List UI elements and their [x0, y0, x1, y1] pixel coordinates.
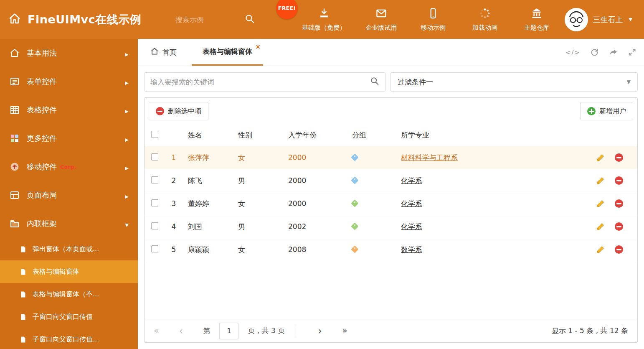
edit-pencil-icon[interactable]: [596, 153, 605, 162]
edit-pencil-icon[interactable]: [596, 245, 605, 254]
code-icon[interactable]: [565, 48, 580, 56]
header-nav: FREE! 基础版（免费） 企业版试用 移动示例: [302, 8, 553, 32]
table-row[interactable]: 1 张萍萍 女 2000 材料科学与工程系: [145, 146, 637, 169]
sidebar-item-label: 表格控件: [27, 105, 57, 115]
delete-row-icon[interactable]: [615, 153, 623, 162]
edit-pencil-icon[interactable]: [596, 176, 605, 185]
column-header-gender[interactable]: 性别: [232, 130, 282, 140]
delete-row-icon[interactable]: [615, 199, 623, 208]
refresh-icon[interactable]: [590, 48, 599, 57]
chevron-down-icon: ▼: [629, 17, 632, 22]
row-checkbox[interactable]: [151, 222, 158, 229]
avatar: [565, 8, 588, 31]
major-link[interactable]: 化学系: [401, 176, 422, 185]
row-checkbox[interactable]: [151, 199, 158, 206]
row-checkbox[interactable]: [151, 153, 158, 160]
sidebar-subitem-label: 表格与编辑窗体（不...: [33, 290, 99, 299]
cell-year: 2000: [282, 176, 343, 185]
sidebar-item-basic-usage[interactable]: 基本用法: [0, 39, 138, 67]
row-checkbox[interactable]: [151, 176, 158, 183]
chevron-down-icon: [125, 219, 129, 228]
nav-label: 企业版试用: [366, 24, 397, 32]
sidebar-item-grid-controls[interactable]: 表格控件: [0, 96, 138, 124]
first-page-button[interactable]: [154, 326, 159, 335]
sidebar-item-inline-frame[interactable]: 内联框架: [0, 209, 138, 238]
close-icon[interactable]: [255, 43, 261, 51]
sidebar-item-page-layout[interactable]: 页面布局: [0, 181, 138, 209]
page-number-input[interactable]: [219, 323, 238, 339]
frame-icon: [9, 218, 20, 229]
sidebar-item-more-controls[interactable]: 更多控件: [0, 124, 138, 153]
chevron-right-icon: [125, 77, 129, 86]
tag-icon: [351, 222, 358, 230]
share-icon[interactable]: [609, 48, 618, 57]
column-header-group[interactable]: 分组: [343, 130, 395, 140]
prev-page-button[interactable]: [179, 326, 183, 336]
nav-item-enterprise-trial[interactable]: 企业版试用: [365, 8, 398, 32]
tab-home[interactable]: 首页: [144, 39, 183, 66]
major-link[interactable]: 化学系: [401, 199, 422, 208]
delete-row-icon[interactable]: [615, 222, 623, 231]
sidebar-subitem-popup-window[interactable]: 弹出窗体（本页面或...: [0, 238, 138, 260]
next-page-button[interactable]: [318, 326, 322, 336]
grid-toolbar: 删除选中项 新增用户: [145, 98, 637, 125]
search-icon[interactable]: [370, 76, 379, 87]
delete-row-icon[interactable]: [615, 176, 623, 185]
sidebar-item-label: 内联框架: [27, 219, 57, 229]
header-search[interactable]: [175, 14, 265, 25]
expand-icon[interactable]: [628, 48, 636, 56]
major-link[interactable]: 材料科学与工程系: [401, 153, 458, 162]
add-user-button[interactable]: 新增用户: [580, 102, 633, 120]
column-header-year[interactable]: 入学年份: [282, 130, 343, 140]
brand[interactable]: FineUIMvc在线示例: [0, 12, 175, 27]
table-row[interactable]: 4 刘国 男 2002 化学系: [145, 215, 637, 238]
major-link[interactable]: 化学系: [401, 222, 422, 231]
nav-item-loading-animations[interactable]: 加载动画: [469, 8, 501, 32]
delete-selected-button[interactable]: 删除选中项: [149, 102, 208, 120]
keyword-search-input[interactable]: [150, 78, 370, 86]
select-all-checkbox[interactable]: [151, 131, 158, 138]
table-row[interactable]: 2 陈飞 男 2000 化学系: [145, 169, 637, 192]
sidebar-subitem-grid-edit-window-alt[interactable]: 表格与编辑窗体（不...: [0, 283, 138, 306]
chevron-right-icon: [125, 191, 129, 200]
sidebar-item-mobile-controls[interactable]: 移动控件 Corp.: [0, 153, 138, 181]
nav-item-basic-free[interactable]: FREE! 基础版（免费）: [302, 8, 346, 32]
file-icon: [19, 336, 27, 343]
tab-tools: [565, 39, 636, 66]
plus-circle-icon: [587, 107, 596, 115]
column-header-name[interactable]: 姓名: [182, 130, 232, 140]
nav-label: 加载动画: [472, 24, 497, 32]
major-link[interactable]: 数学系: [401, 245, 422, 254]
nav-item-theme-repo[interactable]: 主题仓库: [520, 8, 553, 32]
table-row[interactable]: 3 董婷婷 女 2000 化学系: [145, 192, 637, 215]
user-menu[interactable]: 三生石上 ▼: [565, 8, 644, 31]
file-icon: [19, 313, 27, 321]
tab-label: 首页: [162, 48, 177, 57]
sidebar-item-label: 表单控件: [27, 76, 57, 87]
sidebar-item-form-controls[interactable]: 表单控件: [0, 67, 138, 96]
edit-pencil-icon[interactable]: [596, 199, 605, 208]
sidebar-subitem-child-to-parent[interactable]: 子窗口向父窗口传值: [0, 306, 138, 328]
mobile-icon: [9, 161, 20, 172]
layout-icon: [9, 190, 20, 201]
last-page-button[interactable]: [342, 326, 347, 335]
delete-row-icon[interactable]: [615, 245, 623, 254]
form-icon: [9, 76, 20, 87]
edit-pencil-icon[interactable]: [596, 222, 605, 231]
search-icon[interactable]: [245, 14, 255, 25]
filter-dropdown[interactable]: 过滤条件一: [390, 72, 638, 92]
table-row[interactable]: 5 康颖颖 女 2008 数学系: [145, 238, 637, 261]
chevron-right-icon: [125, 163, 129, 171]
sidebar-subitem-grid-edit-window[interactable]: 表格与编辑窗体: [0, 260, 138, 283]
cell-name: 刘国: [182, 222, 232, 232]
row-checkbox[interactable]: [151, 245, 158, 252]
header-search-input[interactable]: [175, 15, 234, 24]
sidebar-subitem-label: 弹出窗体（本页面或...: [33, 245, 99, 254]
sidebar-subitem-child-to-parent-alt[interactable]: 子窗口向父窗口传值...: [0, 328, 138, 349]
cell-gender: 男: [232, 176, 282, 186]
column-header-major[interactable]: 所学专业: [395, 130, 591, 140]
keyword-search-box[interactable]: [144, 72, 385, 92]
nav-item-mobile-demo[interactable]: 移动示例: [417, 8, 449, 32]
tab-grid-edit-window[interactable]: 表格与编辑窗体: [192, 39, 263, 66]
page-label-prefix: 第: [203, 326, 210, 336]
